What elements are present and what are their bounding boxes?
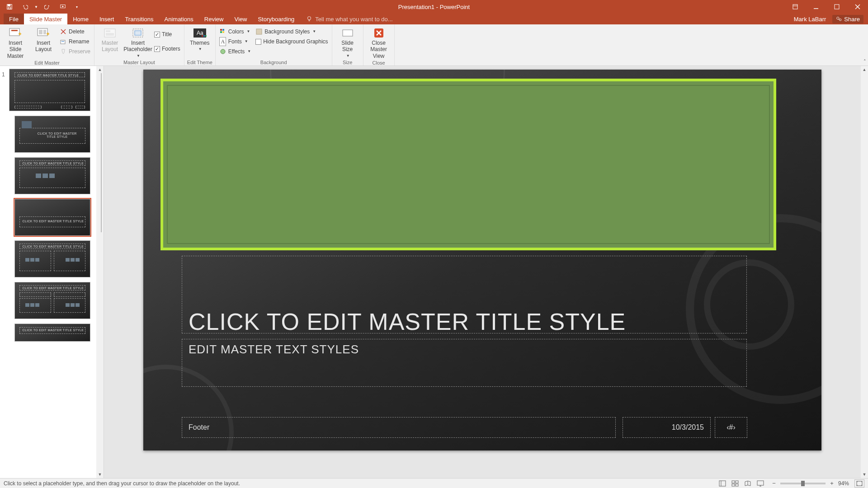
scroll-up-arrow[interactable]: ▲	[861, 66, 868, 73]
svg-point-10	[308, 17, 311, 20]
zoom-level[interactable]: 94%	[838, 480, 849, 487]
share-button[interactable]: Share	[832, 15, 863, 23]
tab-insert[interactable]: Insert	[94, 14, 120, 24]
fonts-button[interactable]: AFonts▼	[218, 37, 252, 46]
slide-size-button[interactable]: Slide Size▼	[335, 25, 360, 58]
svg-rect-25	[106, 30, 110, 32]
slide-editor: CLICK TO EDIT MASTER TITLE STYLE EDIT MA…	[104, 66, 868, 478]
layout-thumbnail-1[interactable]: CLICK TO EDIT MASTER TITLE STYLE	[14, 116, 90, 153]
tab-transitions[interactable]: Transitions	[119, 14, 159, 24]
minimize-button[interactable]	[806, 0, 826, 14]
thumbnails-scrollbar[interactable]: ▲ ▼	[96, 66, 104, 478]
insert-layout-icon	[36, 27, 51, 39]
group-label-background: Background	[218, 59, 329, 66]
qa-customize-dropdown[interactable]: ▾	[76, 5, 78, 9]
slide-master-thumbnail[interactable]: CLICK TO EDIT MASTER TITLE STYLE	[9, 69, 90, 111]
scroll-down-arrow[interactable]: ▼	[861, 471, 868, 478]
normal-view-button[interactable]	[717, 479, 728, 488]
fonts-icon: A	[219, 38, 226, 45]
svg-rect-19	[43, 30, 46, 34]
zoom-in-button[interactable]: +	[828, 480, 835, 487]
close-master-view-button[interactable]: Close Master View	[366, 25, 392, 59]
title-placeholder-text: CLICK TO EDIT MASTER TITLE STYLE	[189, 308, 626, 335]
quick-access-toolbar: ▼ ▾	[0, 1, 78, 13]
rename-button[interactable]: Rename	[59, 37, 91, 46]
redo-button[interactable]	[42, 1, 53, 13]
scroll-down-arrow[interactable]: ▼	[96, 471, 104, 478]
fit-to-window-button[interactable]	[854, 479, 864, 488]
svg-rect-4	[793, 5, 797, 9]
footer-placeholder[interactable]: Footer	[182, 417, 616, 438]
checkbox-icon	[255, 39, 261, 45]
collapse-ribbon-button[interactable]: ˄	[863, 59, 866, 65]
slide-number-placeholder[interactable]: ‹#›	[715, 417, 747, 438]
window-title: Presentation1 - PowerPoint	[398, 4, 470, 10]
group-label-master-layout: Master Layout	[97, 59, 181, 66]
zoom-controls: − + 94%	[770, 479, 864, 488]
svg-point-38	[221, 49, 225, 54]
colors-button[interactable]: Colors▼	[218, 27, 252, 36]
delete-icon	[60, 28, 67, 35]
svg-rect-31	[202, 35, 203, 37]
close-window-button[interactable]	[847, 0, 868, 14]
tell-me-placeholder: Tell me what you want to do...	[315, 16, 392, 23]
svg-rect-22	[61, 40, 65, 44]
layout-thumbnail-4[interactable]: CLICK TO EDIT MASTER TITLE STYLE	[14, 240, 90, 277]
scroll-up-arrow[interactable]: ▲	[96, 66, 104, 73]
hide-background-graphics-checkbox[interactable]: Hide Background Graphics	[255, 37, 329, 46]
insert-placeholder-button[interactable]: Insert Placeholder▼	[125, 25, 151, 58]
slide[interactable]: CLICK TO EDIT MASTER TITLE STYLE EDIT MA…	[143, 70, 821, 450]
tab-review[interactable]: Review	[199, 14, 229, 24]
slideshow-view-button[interactable]	[755, 479, 766, 488]
layout-thumbnail-3[interactable]: CLICK TO EDIT MASTER TITLE STYLE	[14, 199, 90, 236]
svg-rect-15	[9, 28, 19, 36]
rename-icon	[60, 38, 67, 45]
slide-canvas[interactable]: CLICK TO EDIT MASTER TITLE STYLE EDIT MA…	[104, 66, 861, 478]
maximize-button[interactable]	[826, 0, 847, 14]
editor-vertical-scrollbar[interactable]: ▲ ▼	[861, 66, 868, 478]
work-area: 1 CLICK TO EDIT MASTER TITLE STYLE CLICK…	[0, 66, 868, 478]
date-placeholder[interactable]: 10/3/2015	[623, 417, 711, 438]
close-icon	[372, 27, 386, 39]
title-checkbox[interactable]: ✓Title	[153, 30, 181, 39]
group-size: Slide Size▼ Size	[332, 24, 363, 66]
insert-slide-master-button[interactable]: Insert Slide Master	[3, 25, 28, 59]
undo-dropdown[interactable]: ▼	[34, 5, 38, 9]
tab-view[interactable]: View	[229, 14, 252, 24]
svg-rect-35	[222, 29, 224, 31]
signed-in-user[interactable]: Mark LaBarr	[794, 16, 826, 23]
reading-view-button[interactable]	[742, 479, 753, 488]
zoom-slider[interactable]	[780, 483, 826, 484]
tab-file[interactable]: File	[4, 14, 24, 24]
footers-checkbox[interactable]: ✓Footers	[153, 44, 181, 53]
tab-home[interactable]: Home	[67, 14, 94, 24]
window-controls	[785, 0, 868, 14]
tab-slide-master[interactable]: Slide Master	[24, 14, 67, 24]
layout-thumbnail-5[interactable]: CLICK TO EDIT MASTER TITLE STYLE	[14, 282, 90, 319]
layout-thumbnail-2[interactable]: CLICK TO EDIT MASTER TITLE STYLE	[14, 157, 90, 194]
layout-thumbnail-6[interactable]: CLICK TO EDIT MASTER TITLE STYLE	[14, 324, 90, 342]
slide-sorter-view-button[interactable]	[730, 479, 741, 488]
inserted-shape-rectangle[interactable]	[160, 79, 776, 250]
delete-button[interactable]: Delete	[59, 27, 91, 36]
group-label-edit-theme: Edit Theme	[187, 59, 212, 66]
group-edit-theme: Aa Themes▼ Edit Theme	[184, 24, 216, 66]
svg-rect-33	[205, 35, 207, 37]
ribbon-display-options-button[interactable]	[785, 0, 806, 14]
background-styles-button[interactable]: Background Styles▼	[255, 27, 329, 36]
insert-layout-button[interactable]: Insert Layout	[31, 25, 56, 53]
undo-button[interactable]	[19, 1, 31, 13]
status-bar: Click to select a placeholder type, and …	[0, 478, 868, 488]
tell-me-search[interactable]: Tell me what you want to do...	[306, 14, 392, 24]
start-from-beginning-button[interactable]	[57, 1, 69, 13]
svg-rect-2	[8, 7, 10, 9]
effects-button[interactable]: Effects▼	[218, 47, 252, 56]
checkbox-icon: ✓	[154, 46, 160, 52]
tab-animations[interactable]: Animations	[159, 14, 199, 24]
tab-storyboarding[interactable]: Storyboarding	[252, 14, 300, 24]
zoom-out-button[interactable]: −	[770, 480, 778, 487]
status-message: Click to select a placeholder type, and …	[4, 480, 717, 487]
group-edit-master: Insert Slide Master Insert Layout Delete…	[0, 24, 94, 66]
themes-button[interactable]: Aa Themes▼	[187, 25, 212, 52]
save-button[interactable]	[4, 1, 15, 13]
